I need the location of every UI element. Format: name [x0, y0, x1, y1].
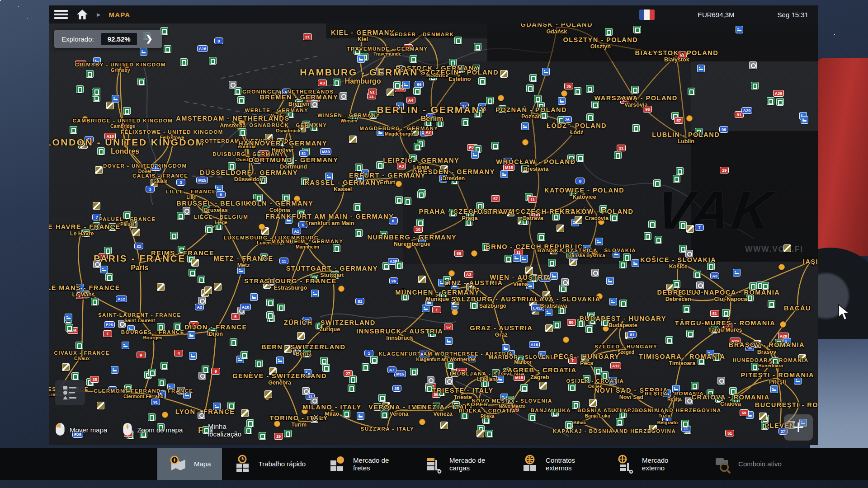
city-label-krak-w-poland[interactable]: KRAKÓW - POLANDCracóvia — [560, 208, 633, 221]
city-label-lyon-france[interactable]: LYON - FRANCE — [175, 408, 235, 415]
tab-mercado-de-cargas[interactable]: Mercado de cargas — [413, 448, 509, 480]
city-label-belgrado[interactable]: Belgrado — [657, 421, 678, 426]
city-label-pite-ti-romania[interactable]: PITEŞTI - ROMANIAPiteşti — [741, 371, 814, 385]
city-label-hamburg-germany[interactable]: HAMBURG - GERMANYHamburgo — [300, 67, 425, 85]
explored-expand-button[interactable]: ❯ — [144, 34, 155, 44]
city-localized-name: Poznań — [495, 113, 567, 120]
city-label-metz-france[interactable]: METZ - FRANCEMetz — [213, 255, 273, 268]
city-label-szczecin-poland[interactable]: SZCZECIN - POLANDEstetino — [421, 69, 499, 82]
city-label-li-ge-belgium[interactable]: LIÈGE - BELGIUMLiège — [194, 214, 248, 225]
city-label-wroc-aw-poland[interactable]: WROCŁAW - POLANDBreslávia — [496, 158, 576, 172]
city-label-innsbruck-austria[interactable]: INNSBRUCK - AUSTRIAInnsbruck — [356, 327, 443, 341]
city-label-lublin-poland[interactable]: LUBLIN - POLANDLublin — [652, 131, 720, 145]
city-name: GENÈVE - SWITZERLAND — [232, 372, 327, 379]
city-label-pozna-poland[interactable]: POZNAŃ - POLANDPoznań — [495, 106, 567, 120]
tab-comboio-ativo[interactable]: Comboio ativo — [702, 448, 793, 480]
city-label-calais-france[interactable]: CALAIS - FRANCECalais — [132, 173, 188, 184]
city-label-paluel-france[interactable]: PALUEL - FRANCEPaluel — [99, 216, 156, 227]
city-label-katowice-poland[interactable]: KATOWICE - POLANDKatovice — [544, 187, 624, 200]
city-label-bucure-ti-romania[interactable]: BUCUREŞTI - ROMANIA — [755, 401, 818, 408]
city-label-osnabr-ck-germany[interactable]: OSNABRÜCK - GERMANYOsnabrück — [249, 122, 327, 134]
city-label-dover-united-kingdom[interactable]: DOVER - UNITED KINGDOMDover — [103, 163, 187, 174]
city-label-torino-italy[interactable]: TORINO - ITALYTurim — [269, 414, 328, 428]
city-label-gen-ve-switzerland[interactable]: GENÈVE - SWITZERLANDGenebra — [232, 372, 327, 385]
menu-icon[interactable] — [54, 10, 68, 19]
city-label-travem-nde-germany[interactable]: TRAVEMÜNDE - GERMANYTravemünde — [347, 46, 428, 57]
city-label-gedser-denmark[interactable]: GEDSER - DENMARK — [390, 32, 454, 38]
city-label-grimsby-united-kingdom[interactable]: GRIMSBY - UNITED KINGDOMGrimsby — [75, 62, 166, 73]
city-label-brussel-belgium[interactable]: BRUSSEL - BELGIUMBruxelas — [176, 200, 255, 213]
city-label-civaux-france[interactable]: CIVAUX - FRANCECivaux — [54, 350, 110, 361]
city-label-p-cs-hungary[interactable]: PÉCS - HUNGARYPécs — [554, 352, 620, 366]
city-label-d-sseldorf-germany[interactable]: DÜSSELDORF - GERMANYDüsseldorf — [200, 169, 298, 183]
city-localized-name: Târgu Mureş — [675, 327, 775, 333]
map-legend-button[interactable] — [55, 380, 85, 405]
city-label-strasbourg-france[interactable]: STRASBOURG - FRANCEEstrasburgo — [244, 277, 337, 291]
city-localized-name: Nurembergue — [367, 241, 457, 247]
city-label-berlin-germany[interactable]: BERLIN - GERMANYBerlim — [377, 104, 487, 123]
city-label-timi-oara-romania[interactable]: TIMIŞOARA - ROMANIATimisoara — [639, 352, 725, 366]
city-label-bac-u[interactable]: BACĂU — [784, 305, 811, 312]
city-label-clermont-ferrand-france[interactable]: CLERMONT-FERRAND - FRANCEClermont-Ferran… — [94, 388, 193, 399]
city-label-k-ln-germany[interactable]: KÖLN - GERMANYColônia — [246, 200, 313, 213]
city-label-t-rgu-mure-romania[interactable]: TÂRGU-MUREŞ - ROMANIATârgu Mureş — [675, 319, 775, 333]
city-name: BERN - SWITZERLAND — [261, 343, 346, 351]
city-label-maribor-slovenia[interactable]: MARIBOR - SLOVENIAMaribor — [489, 354, 557, 365]
city-label-tuzla-bosnia-and-herzegovina[interactable]: TUZLA - BOSNIA AND HERZEGOVINATuzla — [608, 408, 722, 419]
city-label-salzburg-austria[interactable]: SALZBURG - AUSTRIASalzburgo — [451, 296, 534, 309]
city-name: GEDSER - DENMARK — [390, 32, 454, 38]
city-label-olsztyn-poland[interactable]: OLSZTYN - POLANDOlsztyn — [563, 36, 638, 50]
city-label-london-united-kingdom[interactable]: LONDON - UNITED KINGDOMLondres — [49, 137, 205, 155]
city-label-warszawa-poland[interactable]: WARSZAWA - POLANDVarsóvia — [594, 94, 677, 108]
city-label-zagreb-croatia[interactable]: ZAGREB - CROATIAZagreb — [503, 366, 576, 380]
city-label-frankfurt-am-main-germany[interactable]: FRANKFURT AM MAIN - GERMANYFrankfurt am … — [265, 213, 394, 226]
city-label-koper[interactable]: KOPER — [467, 402, 488, 408]
tab-mercado-de-fretes[interactable]: Mercado de fretes — [316, 448, 413, 480]
city-label-winsen-germany[interactable]: WINSEN - GERMANYWinsen — [317, 113, 380, 124]
city-localized-name: Salzburgo — [451, 303, 534, 309]
city-label-suzzara-italy[interactable]: SUZZARA - ITALY — [361, 426, 415, 432]
city-label-bremen-germany[interactable]: BREMEN - GERMANYBremen — [259, 94, 338, 107]
city-label-bourges-france[interactable]: BOURGES - FRANCEBourges — [121, 329, 184, 341]
city-label-bra-ov-romania[interactable]: BRAŞOV - ROMANIABrasov — [729, 341, 805, 355]
city-label-n-rnberg-germany[interactable]: NÜRNBERG - GERMANYNurembergue — [367, 233, 457, 247]
explored-panel: Explorado: 92.52% ❯ — [54, 30, 162, 48]
city-label-d-poland[interactable]: ŁÓDŹ - POLANDŁódź — [547, 122, 607, 136]
city-label-gda-sk-poland[interactable]: GDAŃSK - POLANDGdańsk — [521, 23, 593, 34]
city-label-dijon-france[interactable]: DIJON - FRANCEDijon — [184, 324, 247, 337]
city-label-stuttgart-germany[interactable]: STUTTGART - GERMANYStuttgart — [286, 264, 378, 278]
city-label-ia-i[interactable]: IAŞI — [803, 258, 818, 265]
city-label-hunedoara-romania[interactable]: HUNEDOARA - ROMANIAHunedoara — [732, 357, 808, 369]
map-zoom-in-button[interactable]: + — [784, 414, 813, 441]
city-label-ko-ice-slovakia[interactable]: KOŠICE - SLOVAKIAKošice — [640, 256, 716, 270]
tab-mapa[interactable]: Mapa — [157, 448, 222, 480]
city-label-kiel-germany[interactable]: KIEL - GERMANYKiel — [331, 29, 395, 42]
city-label-bia-ystok-poland[interactable]: BIAŁYSTOK - POLANDBiałystok — [635, 49, 719, 63]
city-label-bansk-bystrica-slovakia[interactable]: BANSKÁ BYSTRICA - SLOVAKIABanská Bystric… — [537, 247, 636, 258]
city-label-paris-france[interactable]: PARIS - FRANCEParis — [94, 253, 186, 272]
city-label-cluj-napoca-romania[interactable]: CLUJ-NAPOCA - ROMANIACluj-Napoca — [681, 289, 780, 302]
city-label-rijeka-croatia[interactable]: RIJEKA - CROATIARijeka — [458, 408, 516, 419]
city-name: LIÈGE - BELGIUM — [194, 214, 248, 220]
city-label-dortmund-germany[interactable]: DORTMUND - GERMANYDortmund — [249, 156, 339, 170]
city-label-mannheim-germany[interactable]: MANNHEIM - GERMANYMannheim — [271, 239, 343, 250]
city-label-le-mans-france[interactable]: LE MANS - FRANCELe Mans — [49, 284, 120, 297]
home-icon[interactable] — [76, 9, 89, 20]
city-label-kapakaj-bosnia-and-herzegovina[interactable]: KAPAKAJ - BOSNIA AND HERZEGOVINA — [553, 428, 676, 434]
city-label-graz-austria[interactable]: GRAZ - AUSTRIAGraz — [470, 324, 533, 338]
city-label-lille-france[interactable]: LILLE - FRANCELille — [166, 189, 216, 200]
city-localized-name: Maribor — [489, 360, 557, 365]
world-map[interactable]: VAK WWW.VOK.FI 119A1226M1531E2591A1611A2… — [49, 23, 818, 445]
city-label-bern-switzerland[interactable]: BERN - SWITZERLANDBerna — [261, 343, 346, 357]
city-label-magdeburg-germany[interactable]: MAGDEBURG - GERMANYMagdeburgo — [359, 126, 438, 137]
city-label-budapest-hungary[interactable]: BUDAPEST - HUNGARYBudapeste — [579, 315, 666, 328]
tab-label: Comboio ativo — [738, 460, 782, 468]
tab-contratos-externos[interactable]: Contratos externos — [509, 448, 605, 480]
city-label-saint-laurent-france[interactable]: SAINT-LAURENT - FRANCESaint-Laurent — [98, 312, 181, 324]
tab-mercado-externo[interactable]: Mercado externo — [605, 448, 702, 480]
city-localized-name: Łódź — [547, 129, 607, 136]
city-label-biha[interactable]: Bihać — [573, 420, 586, 426]
city-label-kassel-germany[interactable]: KASSEL - GERMANYKassel — [304, 179, 381, 192]
city-label-cambridge-united-kingdom[interactable]: CAMBRIDGE - UNITED KINGDOMCambridge — [73, 118, 173, 129]
tab-trabalho-r-pido[interactable]: Trabalho rápido — [222, 448, 317, 480]
